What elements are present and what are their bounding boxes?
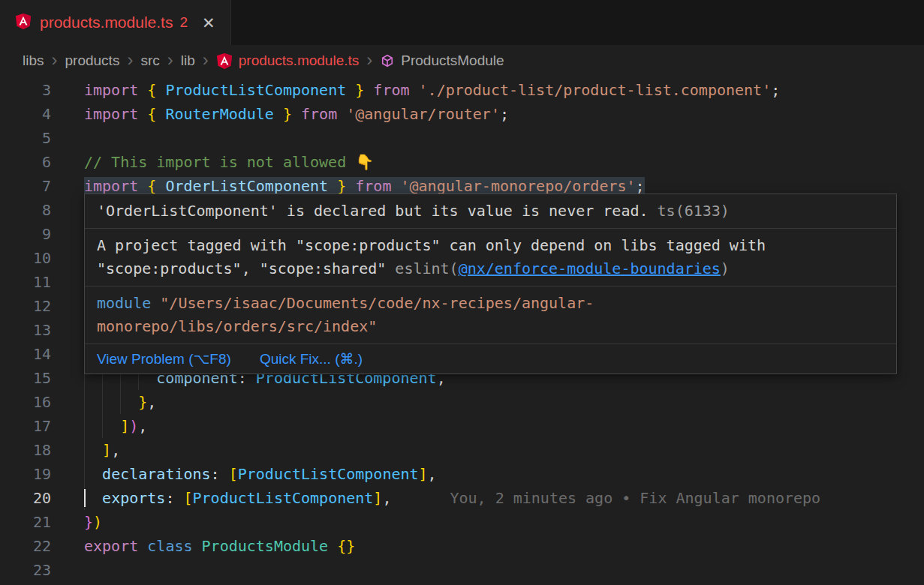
breadcrumb-item-lib[interactable]: lib [181, 52, 195, 69]
hover-message-3: module "/Users/isaac/Documents/code/nx-r… [85, 286, 896, 344]
indent-guide [102, 414, 103, 438]
line-number[interactable]: 4 [0, 102, 51, 126]
tab-bar: products.module.ts 2 ✕ [0, 0, 924, 45]
hover-tooltip: 'OrderListComponent' is declared but its… [84, 194, 897, 374]
breadcrumb-label: src [140, 52, 159, 69]
breadcrumb-label: ProductsModule [401, 52, 504, 69]
indent-guide [84, 438, 85, 462]
code-line-3[interactable]: 3import { ProductListComponent } from '.… [0, 78, 924, 102]
line-number[interactable]: 12 [0, 294, 51, 318]
breadcrumb-item-products-module-ts[interactable]: products.module.ts [216, 52, 360, 70]
tab-problems-badge: 2 [179, 14, 188, 31]
line-number[interactable]: 11 [0, 270, 51, 294]
git-blame-annotation: You, 2 minutes ago • Fix Angular monorep… [450, 489, 820, 507]
error-squiggle-highlight: import { OrderListComponent } from '@ang… [84, 177, 645, 195]
line-number[interactable]: 14 [0, 342, 51, 366]
hover-text: module [97, 294, 151, 312]
view-problem-action[interactable]: View Problem (⌥F8) [97, 350, 231, 368]
editor: 3import { ProductListComponent } from '.… [0, 76, 924, 585]
code-content [51, 558, 924, 582]
hover-text: eslint( [395, 260, 458, 278]
code-content: export class ProductsModule {} [51, 534, 924, 558]
breadcrumb: libs›products›src›lib› products.module.t… [0, 45, 924, 76]
line-number[interactable]: 21 [0, 510, 51, 534]
indent-guide [84, 414, 85, 438]
line-number[interactable]: 15 [0, 366, 51, 390]
close-icon[interactable]: ✕ [202, 15, 215, 31]
quick-fix-action[interactable]: Quick Fix... (⌘.) [260, 350, 363, 368]
breadcrumb-label: products [65, 52, 120, 69]
hover-text: ts(6133) [658, 202, 730, 220]
breadcrumb-separator: › [203, 51, 209, 69]
hover-messages: 'OrderListComponent' is declared but its… [85, 194, 896, 344]
line-number[interactable]: 5 [0, 126, 51, 150]
line-number[interactable]: 20 [0, 486, 51, 510]
code-line-6[interactable]: 6// This import is not allowed 👇 [0, 150, 924, 174]
code-line-20[interactable]: 20 exports: [ProductListComponent],You, … [0, 486, 924, 510]
hover-message-2: A project tagged with "scope:products" c… [85, 228, 896, 286]
breadcrumb-label: lib [181, 52, 195, 69]
breadcrumb-label: products.module.ts [239, 52, 360, 69]
indent-guide [102, 390, 103, 414]
breadcrumb-separator: › [52, 51, 58, 69]
code-line-4[interactable]: 4import { RouterModule } from '@angular/… [0, 102, 924, 126]
indent-guide [120, 390, 121, 414]
hover-text [151, 294, 160, 312]
breadcrumb-item-libs[interactable]: libs [23, 52, 44, 69]
line-number[interactable]: 22 [0, 534, 51, 558]
line-number[interactable]: 19 [0, 462, 51, 486]
breadcrumb-separator: › [167, 51, 173, 69]
line-number[interactable]: 3 [0, 78, 51, 102]
code-line-18[interactable]: 18 ], [0, 438, 924, 462]
line-number[interactable]: 18 [0, 438, 51, 462]
line-number[interactable]: 13 [0, 318, 51, 342]
breadcrumb-separator: › [366, 51, 372, 69]
indent-guide [84, 462, 85, 486]
breadcrumb-item-productsmodule[interactable]: ProductsModule [380, 52, 504, 69]
tab-title: products.module.ts [40, 14, 173, 32]
code-line-22[interactable]: 22export class ProductsModule {} [0, 534, 924, 558]
breadcrumb-item-products[interactable]: products [65, 52, 120, 69]
line-number[interactable]: 17 [0, 414, 51, 438]
line-number[interactable]: 7 [0, 174, 51, 198]
indent-guide [84, 390, 85, 414]
code-content: declarations: [ProductListComponent], [51, 462, 924, 486]
breadcrumb-separator: › [127, 51, 133, 69]
breadcrumb-label: libs [23, 52, 44, 69]
text-cursor [84, 489, 86, 507]
code-content: ], [51, 438, 924, 462]
vscode-window: { "tab": { "title": "products.module.ts"… [0, 0, 924, 585]
code-content: import { ProductListComponent } from './… [51, 78, 924, 102]
code-content: exports: [ProductListComponent],You, 2 m… [51, 486, 924, 510]
code-line-19[interactable]: 19 declarations: [ProductListComponent], [0, 462, 924, 486]
code-content: }, [51, 390, 924, 414]
line-number[interactable]: 9 [0, 222, 51, 246]
hover-status-bar: View Problem (⌥F8)Quick Fix... (⌘.) [85, 344, 896, 374]
breadcrumb-item-src[interactable]: src [140, 52, 159, 69]
code-line-17[interactable]: 17 ]), [0, 414, 924, 438]
hover-text: "/Users/isaac/Documents/code/nx-recipes/… [97, 294, 594, 335]
code-content: ]), [51, 414, 924, 438]
line-number[interactable]: 16 [0, 390, 51, 414]
code-line-21[interactable]: 21}) [0, 510, 924, 534]
module-symbol-icon [380, 53, 395, 68]
line-number[interactable]: 10 [0, 246, 51, 270]
line-number[interactable]: 23 [0, 558, 51, 582]
hover-text: ) [721, 260, 730, 278]
code-content: }) [51, 510, 924, 534]
code-content [51, 126, 924, 150]
line-number[interactable]: 6 [0, 150, 51, 174]
hover-text: 'OrderListComponent' is declared but its… [97, 202, 658, 220]
tab-products-module-ts[interactable]: products.module.ts 2 ✕ [0, 0, 231, 45]
code-line-16[interactable]: 16 }, [0, 390, 924, 414]
code-content: import { RouterModule } from '@angular/r… [51, 102, 924, 126]
eslint-rule-link[interactable]: @nx/enforce-module-boundaries [459, 260, 721, 278]
code-line-23[interactable]: 23 [0, 558, 924, 582]
line-number[interactable]: 8 [0, 198, 51, 222]
code-content: // This import is not allowed 👇 [51, 150, 924, 174]
angular-icon [216, 52, 233, 70]
code-line-5[interactable]: 5 [0, 126, 924, 150]
hover-message-1: 'OrderListComponent' is declared but its… [85, 194, 896, 228]
angular-icon [15, 12, 32, 33]
